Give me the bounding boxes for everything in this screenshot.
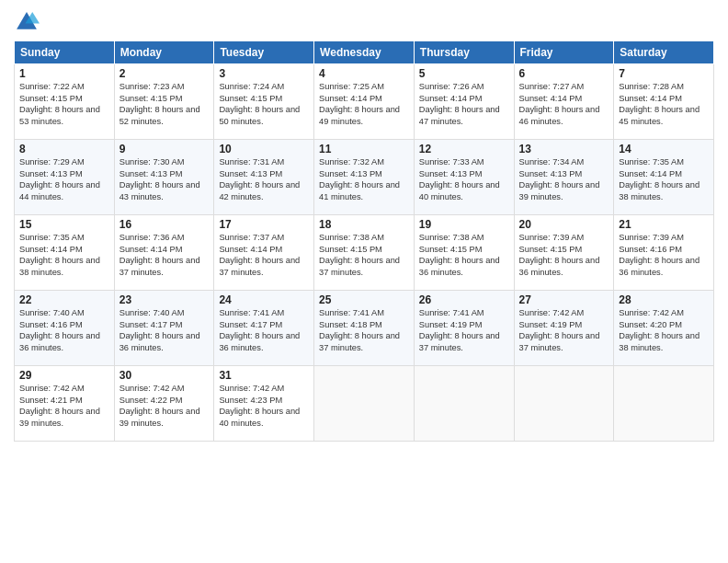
day-number: 28 xyxy=(619,293,709,306)
calendar-cell: 10Sunrise: 7:31 AMSunset: 4:13 PMDayligh… xyxy=(214,140,314,215)
cell-content: Sunrise: 7:38 AMSunset: 4:15 PMDaylight:… xyxy=(319,232,409,278)
col-header-friday: Friday xyxy=(514,41,614,64)
day-number: 15 xyxy=(19,218,109,231)
day-number: 14 xyxy=(619,143,709,155)
calendar-cell: 14Sunrise: 7:35 AMSunset: 4:14 PMDayligh… xyxy=(614,140,714,215)
cell-content: Sunrise: 7:42 AMSunset: 4:19 PMDaylight:… xyxy=(519,307,609,353)
calendar-cell: 9Sunrise: 7:30 AMSunset: 4:13 PMDaylight… xyxy=(114,140,214,215)
calendar-cell xyxy=(514,366,614,442)
day-number: 5 xyxy=(419,67,509,80)
cell-content: Sunrise: 7:31 AMSunset: 4:13 PMDaylight:… xyxy=(219,156,309,202)
calendar-cell: 16Sunrise: 7:36 AMSunset: 4:14 PMDayligh… xyxy=(114,215,214,291)
calendar-cell: 15Sunrise: 7:35 AMSunset: 4:14 PMDayligh… xyxy=(15,215,115,291)
cell-content: Sunrise: 7:34 AMSunset: 4:13 PMDaylight:… xyxy=(519,156,609,202)
calendar-cell: 5Sunrise: 7:26 AMSunset: 4:14 PMDaylight… xyxy=(414,64,514,140)
day-number: 26 xyxy=(419,293,509,306)
day-number: 29 xyxy=(19,369,109,382)
day-number: 3 xyxy=(219,67,309,80)
cell-content: Sunrise: 7:29 AMSunset: 4:13 PMDaylight:… xyxy=(19,156,109,202)
day-number: 2 xyxy=(119,67,210,80)
cell-content: Sunrise: 7:35 AMSunset: 4:14 PMDaylight:… xyxy=(619,156,709,202)
cell-content: Sunrise: 7:42 AMSunset: 4:20 PMDaylight:… xyxy=(619,307,709,353)
day-number: 11 xyxy=(319,143,409,155)
calendar-cell: 2Sunrise: 7:23 AMSunset: 4:15 PMDaylight… xyxy=(114,64,214,140)
day-number: 31 xyxy=(219,369,309,382)
day-number: 25 xyxy=(319,293,409,306)
calendar-cell: 1Sunrise: 7:22 AMSunset: 4:15 PMDaylight… xyxy=(15,64,115,140)
cell-content: Sunrise: 7:26 AMSunset: 4:14 PMDaylight:… xyxy=(419,81,509,127)
calendar-cell: 27Sunrise: 7:42 AMSunset: 4:19 PMDayligh… xyxy=(514,291,614,366)
cell-content: Sunrise: 7:25 AMSunset: 4:14 PMDaylight:… xyxy=(319,81,409,127)
calendar-cell: 31Sunrise: 7:42 AMSunset: 4:23 PMDayligh… xyxy=(214,366,314,442)
day-number: 7 xyxy=(619,67,709,80)
calendar-cell xyxy=(414,366,514,442)
calendar-cell xyxy=(314,366,415,442)
cell-content: Sunrise: 7:41 AMSunset: 4:17 PMDaylight:… xyxy=(219,307,309,353)
calendar-week-4: 22Sunrise: 7:40 AMSunset: 4:16 PMDayligh… xyxy=(15,291,714,366)
calendar-cell xyxy=(614,366,714,442)
cell-content: Sunrise: 7:24 AMSunset: 4:15 PMDaylight:… xyxy=(219,81,309,127)
day-number: 16 xyxy=(119,218,210,231)
cell-content: Sunrise: 7:41 AMSunset: 4:19 PMDaylight:… xyxy=(419,307,509,353)
day-number: 12 xyxy=(419,143,509,155)
calendar-cell: 13Sunrise: 7:34 AMSunset: 4:13 PMDayligh… xyxy=(514,140,614,215)
calendar-cell: 12Sunrise: 7:33 AMSunset: 4:13 PMDayligh… xyxy=(414,140,514,215)
cell-content: Sunrise: 7:33 AMSunset: 4:13 PMDaylight:… xyxy=(419,156,509,202)
col-header-saturday: Saturday xyxy=(614,41,714,64)
logo-icon xyxy=(14,9,40,35)
cell-content: Sunrise: 7:22 AMSunset: 4:15 PMDaylight:… xyxy=(19,81,109,127)
calendar-cell: 22Sunrise: 7:40 AMSunset: 4:16 PMDayligh… xyxy=(15,291,115,366)
col-header-tuesday: Tuesday xyxy=(214,41,314,64)
day-number: 27 xyxy=(519,293,609,306)
calendar-cell: 21Sunrise: 7:39 AMSunset: 4:16 PMDayligh… xyxy=(614,215,714,291)
calendar-week-3: 15Sunrise: 7:35 AMSunset: 4:14 PMDayligh… xyxy=(15,215,714,291)
day-number: 23 xyxy=(119,293,210,306)
calendar-cell: 20Sunrise: 7:39 AMSunset: 4:15 PMDayligh… xyxy=(514,215,614,291)
cell-content: Sunrise: 7:37 AMSunset: 4:14 PMDaylight:… xyxy=(219,232,309,278)
calendar-cell: 28Sunrise: 7:42 AMSunset: 4:20 PMDayligh… xyxy=(614,291,714,366)
calendar-cell: 25Sunrise: 7:41 AMSunset: 4:18 PMDayligh… xyxy=(314,291,415,366)
calendar-cell: 8Sunrise: 7:29 AMSunset: 4:13 PMDaylight… xyxy=(15,140,115,215)
calendar-cell: 4Sunrise: 7:25 AMSunset: 4:14 PMDaylight… xyxy=(314,64,415,140)
day-number: 13 xyxy=(519,143,609,155)
calendar-cell: 23Sunrise: 7:40 AMSunset: 4:17 PMDayligh… xyxy=(114,291,214,366)
calendar-week-2: 8Sunrise: 7:29 AMSunset: 4:13 PMDaylight… xyxy=(15,140,714,215)
day-number: 19 xyxy=(419,218,509,231)
cell-content: Sunrise: 7:35 AMSunset: 4:14 PMDaylight:… xyxy=(19,232,109,278)
calendar-cell: 11Sunrise: 7:32 AMSunset: 4:13 PMDayligh… xyxy=(314,140,415,215)
cell-content: Sunrise: 7:42 AMSunset: 4:21 PMDaylight:… xyxy=(19,383,109,429)
calendar-cell: 7Sunrise: 7:28 AMSunset: 4:14 PMDaylight… xyxy=(614,64,714,140)
col-header-wednesday: Wednesday xyxy=(314,41,415,64)
calendar-cell: 24Sunrise: 7:41 AMSunset: 4:17 PMDayligh… xyxy=(214,291,314,366)
cell-content: Sunrise: 7:42 AMSunset: 4:23 PMDaylight:… xyxy=(219,383,309,429)
calendar-cell: 18Sunrise: 7:38 AMSunset: 4:15 PMDayligh… xyxy=(314,215,415,291)
day-number: 18 xyxy=(319,218,409,231)
calendar-cell: 30Sunrise: 7:42 AMSunset: 4:22 PMDayligh… xyxy=(114,366,214,442)
day-number: 21 xyxy=(619,218,709,231)
calendar-cell: 17Sunrise: 7:37 AMSunset: 4:14 PMDayligh… xyxy=(214,215,314,291)
day-number: 6 xyxy=(519,67,609,80)
cell-content: Sunrise: 7:40 AMSunset: 4:17 PMDaylight:… xyxy=(119,307,210,353)
cell-content: Sunrise: 7:32 AMSunset: 4:13 PMDaylight:… xyxy=(319,156,409,202)
cell-content: Sunrise: 7:30 AMSunset: 4:13 PMDaylight:… xyxy=(119,156,210,202)
cell-content: Sunrise: 7:41 AMSunset: 4:18 PMDaylight:… xyxy=(319,307,409,353)
cell-content: Sunrise: 7:36 AMSunset: 4:14 PMDaylight:… xyxy=(119,232,210,278)
col-header-thursday: Thursday xyxy=(414,41,514,64)
calendar-cell: 3Sunrise: 7:24 AMSunset: 4:15 PMDaylight… xyxy=(214,64,314,140)
day-number: 30 xyxy=(119,369,210,382)
day-number: 24 xyxy=(219,293,309,306)
logo xyxy=(14,9,43,35)
col-header-sunday: Sunday xyxy=(15,41,115,64)
cell-content: Sunrise: 7:27 AMSunset: 4:14 PMDaylight:… xyxy=(519,81,609,127)
day-number: 17 xyxy=(219,218,309,231)
day-number: 8 xyxy=(19,143,109,155)
cell-content: Sunrise: 7:28 AMSunset: 4:14 PMDaylight:… xyxy=(619,81,709,127)
cell-content: Sunrise: 7:40 AMSunset: 4:16 PMDaylight:… xyxy=(19,307,109,353)
calendar-cell: 29Sunrise: 7:42 AMSunset: 4:21 PMDayligh… xyxy=(15,366,115,442)
header xyxy=(14,9,714,35)
calendar-table: SundayMondayTuesdayWednesdayThursdayFrid… xyxy=(14,40,714,442)
cell-content: Sunrise: 7:39 AMSunset: 4:16 PMDaylight:… xyxy=(619,232,709,278)
col-header-monday: Monday xyxy=(114,41,214,64)
calendar-cell: 19Sunrise: 7:38 AMSunset: 4:15 PMDayligh… xyxy=(414,215,514,291)
day-number: 4 xyxy=(319,67,409,80)
